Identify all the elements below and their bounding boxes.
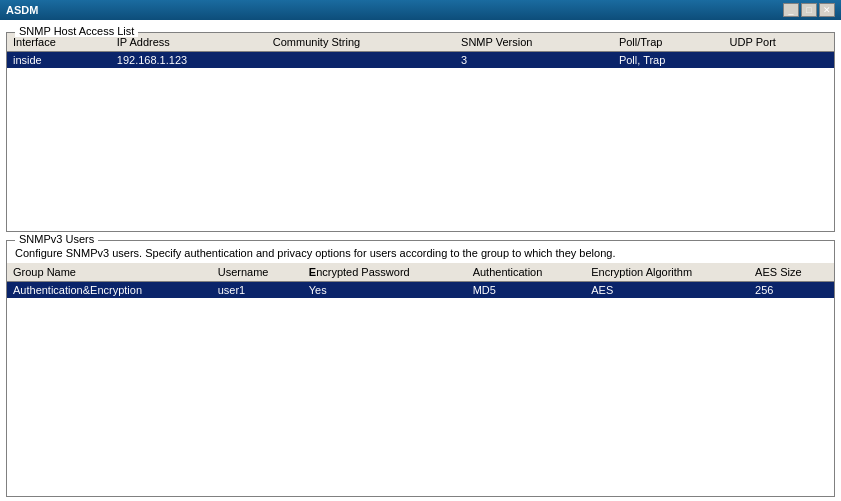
snmp-host-table: Interface IP Address Community String SN… <box>7 33 834 68</box>
minimize-button[interactable]: _ <box>783 3 799 17</box>
table-row[interactable]: inside192.168.1.1233Poll, Trap <box>7 52 834 69</box>
col-aes-size: AES Size <box>749 263 834 282</box>
maximize-button[interactable]: □ <box>801 3 817 17</box>
col-poll-trap: Poll/Trap <box>613 33 724 52</box>
app-title: ASDM <box>6 4 38 16</box>
snmp-host-table-body: inside192.168.1.1233Poll, Trap <box>7 52 834 69</box>
snmpv3-table-header: Group Name Username Encrypted Password A… <box>7 263 834 282</box>
main-content: SNMP Host Access List Interface IP Addre… <box>0 20 841 501</box>
snmpv3-table-body: Authentication&Encryptionuser1YesMD5AES2… <box>7 282 834 299</box>
col-encryption-algorithm: Encryption Algorithm <box>585 263 749 282</box>
section1-legend: SNMP Host Access List <box>15 25 138 37</box>
col-snmp-version: SNMP Version <box>455 33 613 52</box>
table-row[interactable]: Authentication&Encryptionuser1YesMD5AES2… <box>7 282 834 299</box>
snmp-host-access-list-section: SNMP Host Access List Interface IP Addre… <box>6 32 835 232</box>
snmpv3-users-table: Group Name Username Encrypted Password A… <box>7 263 834 298</box>
section2-table-wrapper: Group Name Username Encrypted Password A… <box>7 263 834 298</box>
section1-table-wrapper: Interface IP Address Community String SN… <box>7 33 834 231</box>
window-controls: _ □ ✕ <box>783 3 835 17</box>
col-username: Username <box>212 263 303 282</box>
col-authentication: Authentication <box>467 263 586 282</box>
col-encrypted-password: Encrypted Password <box>303 263 467 282</box>
close-button[interactable]: ✕ <box>819 3 835 17</box>
snmpv3-users-section: SNMPv3 Users Configure SNMPv3 users. Spe… <box>6 240 835 497</box>
col-udp-port: UDP Port <box>724 33 834 52</box>
title-bar: ASDM _ □ ✕ <box>0 0 841 20</box>
section2-description: Configure SNMPv3 users. Specify authenti… <box>7 241 834 263</box>
section2-legend: SNMPv3 Users <box>15 233 98 245</box>
col-community-string: Community String <box>267 33 455 52</box>
col-group-name: Group Name <box>7 263 212 282</box>
